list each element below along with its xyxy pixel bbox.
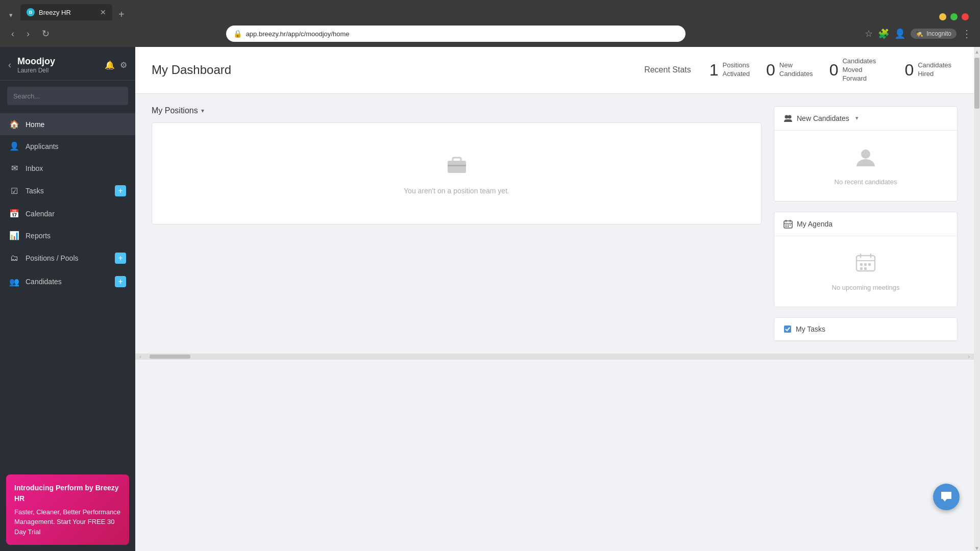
svg-rect-24 xyxy=(784,325,791,333)
bookmark-btn[interactable]: ☆ xyxy=(865,28,873,39)
incognito-badge: 🕵 Incognito xyxy=(911,29,957,39)
h-scroll-thumb[interactable] xyxy=(150,355,190,359)
tab-favicon: B xyxy=(27,8,35,16)
new-candidates-body: No recent candidates xyxy=(774,131,957,201)
scroll-up-btn[interactable]: ▲ xyxy=(974,49,979,55)
sidebar-item-home[interactable]: 🏠 Home xyxy=(0,113,135,135)
sidebar-item-tasks[interactable]: ☑ Tasks + xyxy=(0,179,135,203)
candidates-card-chevron-icon: ▾ xyxy=(855,115,859,121)
positions-empty-text: You aren't on a position team yet. xyxy=(404,187,509,195)
my-tasks-card: My Tasks xyxy=(774,317,958,341)
sidebar-item-candidates[interactable]: 👥 Candidates + xyxy=(0,270,135,293)
main-content: My Dashboard Recent Stats 1 PositionsAct… xyxy=(135,47,974,551)
new-tab-btn[interactable]: + xyxy=(114,9,129,20)
tasks-label: My Tasks xyxy=(796,325,825,333)
forward-nav-btn[interactable]: › xyxy=(23,27,33,41)
svg-point-5 xyxy=(861,149,870,159)
svg-rect-12 xyxy=(790,224,791,226)
my-agenda-header: My Agenda xyxy=(774,212,957,236)
calendar-icon: 📅 xyxy=(9,209,19,218)
sidebar-item-calendar[interactable]: 📅 Calendar xyxy=(0,203,135,224)
reports-icon: 📊 xyxy=(9,231,19,240)
inbox-icon: ✉ xyxy=(9,163,19,173)
svg-rect-1 xyxy=(453,158,461,162)
sidebar-item-reports[interactable]: 📊 Reports xyxy=(0,224,135,246)
candidates-add-btn[interactable]: + xyxy=(115,276,126,287)
new-candidates-header[interactable]: New Candidates ▾ xyxy=(774,107,957,131)
my-positions-header[interactable]: My Positions ▾ xyxy=(152,106,762,115)
sidebar-back-btn[interactable]: ‹ xyxy=(8,60,11,70)
search-input[interactable] xyxy=(7,87,128,105)
menu-btn[interactable]: ⋮ xyxy=(962,28,972,40)
no-candidates-icon xyxy=(854,146,877,173)
no-candidates-text: No recent candidates xyxy=(835,178,897,186)
promo-title: Introducing Perform by Breezy HR xyxy=(14,483,121,504)
page-title: My Dashboard xyxy=(152,63,231,77)
no-meetings-text: No upcoming meetings xyxy=(832,284,900,291)
promo-card[interactable]: Introducing Perform by Breezy HR Faster,… xyxy=(6,474,129,545)
stat-hired-label: CandidatesHired xyxy=(918,61,951,79)
maximize-btn[interactable] xyxy=(950,13,958,20)
candidates-icon: 👥 xyxy=(9,277,19,287)
search-box xyxy=(7,87,128,105)
profile-btn[interactable]: 👤 xyxy=(894,28,905,39)
notification-bell-icon[interactable]: 🔔 xyxy=(105,60,115,70)
minimize-btn[interactable] xyxy=(939,13,946,20)
svg-point-3 xyxy=(785,115,789,118)
vertical-scrollbar[interactable]: ▲ ▼ xyxy=(974,47,980,551)
svg-rect-10 xyxy=(786,224,787,226)
my-tasks-header: My Tasks xyxy=(774,318,957,341)
sidebar-header: ‹ Moodjoy Lauren Dell 🔔 ⚙ xyxy=(0,47,135,81)
positions-empty-card: You aren't on a position team yet. xyxy=(152,122,762,224)
tasks-icon: ☑ xyxy=(9,186,19,196)
tab-list-btn[interactable]: ▾ xyxy=(5,9,16,20)
stat-new-candidates-number: 0 xyxy=(766,61,775,80)
stat-positions-label: PositionsActivated xyxy=(723,61,750,79)
extensions-btn[interactable]: 🧩 xyxy=(878,28,889,39)
stat-new-candidates: 0 NewCandidates xyxy=(766,61,813,80)
right-panel: New Candidates ▾ No recent candidates xyxy=(774,106,958,341)
scroll-right-btn[interactable]: › xyxy=(964,353,974,360)
url-text: app.breezy.hr/app/c/moodjoy/home xyxy=(246,30,350,38)
sidebar-item-applicants[interactable]: 👤 Applicants xyxy=(0,135,135,157)
chat-fab-btn[interactable] xyxy=(933,484,960,510)
refresh-btn[interactable]: ↻ xyxy=(39,26,53,41)
sidebar: ‹ Moodjoy Lauren Dell 🔔 ⚙ 🏠 Home xyxy=(0,47,135,551)
svg-rect-20 xyxy=(864,263,867,266)
agenda-body: No upcoming meetings xyxy=(774,236,957,307)
tab-label: Breezy HR xyxy=(39,9,71,16)
positions-add-btn[interactable]: + xyxy=(115,253,126,264)
nav-items: 🏠 Home 👤 Applicants ✉ Inbox ☑ Tasks + xyxy=(0,111,135,468)
svg-rect-23 xyxy=(864,267,867,270)
address-bar[interactable]: 🔒 app.breezy.hr/app/c/moodjoy/home xyxy=(226,26,685,42)
horizontal-scrollbar[interactable]: ‹ › xyxy=(135,354,974,360)
svg-rect-22 xyxy=(860,267,863,270)
svg-rect-11 xyxy=(788,224,789,226)
settings-gear-icon[interactable]: ⚙ xyxy=(120,60,127,70)
stat-hired: 0 CandidatesHired xyxy=(904,61,951,80)
briefcase-icon xyxy=(445,152,469,181)
back-nav-btn[interactable]: ‹ xyxy=(8,27,17,41)
no-meetings-icon xyxy=(854,252,877,279)
svg-rect-2 xyxy=(448,165,466,166)
recent-stats-label: Recent Stats xyxy=(644,65,691,74)
stat-new-candidates-label: NewCandidates xyxy=(779,61,813,79)
svg-rect-19 xyxy=(860,263,863,266)
v-scroll-thumb[interactable] xyxy=(974,58,979,109)
tab-close-btn[interactable]: ✕ xyxy=(100,8,106,16)
scroll-down-btn[interactable]: ▼ xyxy=(974,545,979,551)
stat-positions-number: 1 xyxy=(709,61,719,80)
sidebar-item-inbox[interactable]: ✉ Inbox xyxy=(0,157,135,179)
positions-chevron-icon: ▾ xyxy=(201,107,204,114)
sidebar-item-positions[interactable]: 🗂 Positions / Pools + xyxy=(0,246,135,270)
svg-rect-0 xyxy=(448,161,466,173)
tasks-add-btn[interactable]: + xyxy=(115,185,126,196)
recent-stats: Recent Stats 1 PositionsActivated 0 NewC… xyxy=(644,57,958,83)
company-name: Moodjoy xyxy=(17,56,99,67)
active-tab[interactable]: B Breezy HR ✕ xyxy=(20,4,112,20)
scroll-left-btn[interactable]: ‹ xyxy=(135,353,145,360)
stat-moved-forward-label: CandidatesMoved Forward xyxy=(842,57,888,83)
stat-moved-forward: 0 CandidatesMoved Forward xyxy=(829,57,889,83)
close-btn[interactable] xyxy=(962,13,969,20)
user-name: Lauren Dell xyxy=(17,67,99,74)
